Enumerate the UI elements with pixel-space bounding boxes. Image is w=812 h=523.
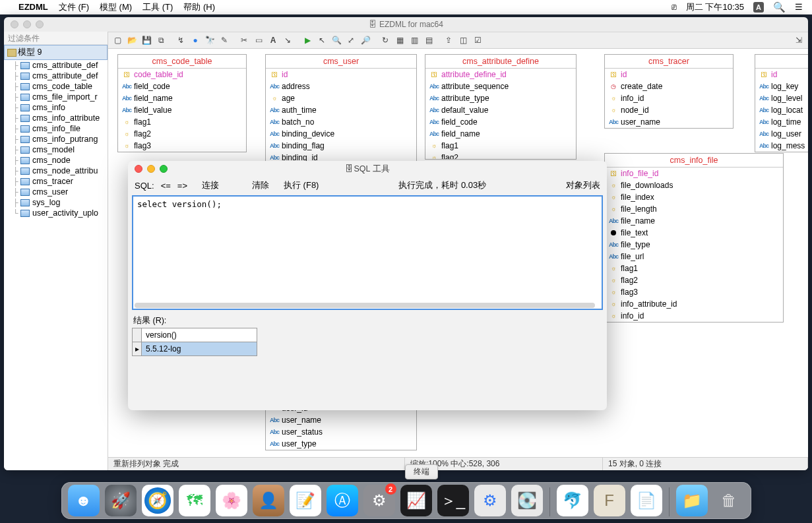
window-icon[interactable]: ◫ [456,34,470,47]
binoculars-icon[interactable]: 🔭 [203,34,216,47]
entity-field[interactable]: Abcfield_code [425,116,576,128]
entity-field[interactable]: ☼flag3 [118,140,246,152]
entity-field[interactable]: ☼file_index [605,191,783,203]
entity-field[interactable]: Abclog_time [755,116,808,128]
appstore-icon[interactable]: Ⓐ [327,485,358,516]
object-list-button[interactable]: 对象列表 [566,179,600,191]
spotlight-icon[interactable]: 🔍 [773,1,786,13]
tree-item[interactable]: ├cms_node_attribu [4,166,108,176]
entity-field[interactable]: Abcfield_code [118,80,246,92]
menu-tools[interactable]: 工具 (T) [142,1,173,13]
refresh-icon[interactable]: ↻ [379,34,392,47]
dialog-close-light[interactable] [135,165,142,173]
zoom-in-icon[interactable]: 🔍 [330,34,343,47]
activity-icon[interactable]: 📈 [400,485,432,516]
dialog-zoom-light[interactable] [160,165,168,173]
sql-editor[interactable] [133,197,602,301]
entity-field[interactable]: Abcbinding_flag [266,140,416,152]
entity-field[interactable]: Abclog_mess [755,140,808,152]
close-light[interactable] [11,20,18,28]
menu-model[interactable]: 模型 (M) [100,1,132,13]
app-name[interactable]: EZDML [18,2,48,12]
downloads-icon[interactable]: 📁 [676,485,708,516]
entity-field[interactable]: Abcfile_type [605,239,783,251]
entity-field[interactable]: ☼age [266,92,416,104]
brush-icon[interactable]: ✎ [218,34,231,47]
entity-cms-tracer[interactable]: cms_tracer ⚿id ◷create_date☼info_id☼node… [604,54,734,129]
open-icon[interactable]: 📂 [125,34,139,47]
collapse-icon[interactable]: ⇲ [792,34,805,47]
zoom-fit-icon[interactable]: ⤢ [344,34,358,47]
menu-file[interactable]: 文件 (F) [59,1,89,13]
grid3-icon[interactable]: ▤ [422,34,435,47]
entity-field[interactable]: Abcbatch_no [266,116,416,128]
globe-icon[interactable]: ● [189,34,202,47]
entity-field[interactable]: Abclog_locat [755,104,808,116]
tree-item[interactable]: ├cms_info_file [4,123,108,134]
entity-field[interactable]: ◷create_date [605,80,733,92]
entity-field[interactable]: file_text [605,227,783,239]
safari-icon[interactable]: 🧭 [142,485,173,516]
mysql-icon[interactable]: 🐬 [557,485,588,516]
screen-mirror-icon[interactable]: ⎚ [671,2,677,12]
dialog-minimize-light[interactable] [147,165,155,173]
trash-icon[interactable]: 🗑 [713,485,745,516]
entity-field[interactable]: ☼flag2 [605,274,783,286]
entity-field[interactable]: Abcaddress [266,80,416,92]
run-button[interactable]: 执行 (F8) [284,179,319,191]
tree-item[interactable]: ├cms_info_attribute [4,113,108,123]
entity-field[interactable]: Abcuser_status [266,426,416,438]
grid2-icon[interactable]: ▥ [408,34,421,47]
contacts-icon[interactable]: 👤 [253,485,284,516]
photos-icon[interactable]: 🌸 [216,485,247,516]
tree-item[interactable]: ├sys_log [4,197,108,208]
entity-field[interactable]: Abcbinding_device [266,128,416,140]
cut-icon[interactable]: ✂ [237,34,251,47]
entity-field[interactable]: Abclog_user [755,128,808,140]
entity-field[interactable]: ☼info_id [605,92,733,104]
prev-button[interactable]: <= [161,181,171,191]
entity-field[interactable]: ☼flag3 [605,286,783,298]
entity-field[interactable]: Abcfile_url [605,251,783,262]
horizontal-scrollbar[interactable] [135,303,595,308]
input-method-icon[interactable]: A [753,2,764,13]
minimize-light[interactable] [23,20,31,28]
checklist-icon[interactable]: ☑ [471,34,484,47]
textedit-icon[interactable]: 📄 [631,485,662,516]
font-icon[interactable]: F [594,485,625,516]
grid1-icon[interactable]: ▦ [393,34,406,47]
export-icon[interactable]: ⇪ [442,34,455,47]
copy-icon[interactable]: ⧉ [154,34,168,47]
entity-field[interactable]: ☼file_length [605,203,783,215]
entity-field[interactable]: ☼info_id [605,310,783,322]
entity-field[interactable]: ☼flag2 [118,128,246,140]
entity-field[interactable]: Abclog_key [755,80,808,92]
pointer-icon[interactable]: ↖ [315,34,328,47]
entity-icon[interactable]: ▭ [252,34,265,47]
entity-field[interactable]: Abcfile_name [605,215,783,227]
run-icon[interactable]: ▶ [301,34,314,47]
entity-field[interactable]: Abcuser_type [266,438,416,450]
tree-item[interactable]: ├cms_file_import_r [4,92,108,102]
automator-icon[interactable]: ⚙ [474,485,506,516]
entity-field[interactable]: Abcattribute_type [425,92,576,104]
notes-icon[interactable]: 📝 [290,485,321,516]
zoom-out-icon[interactable]: 🔎 [359,34,372,47]
tree-item[interactable]: ├cms_code_table [4,81,108,92]
menu-help[interactable]: 帮助 (H) [183,1,215,13]
tree-item[interactable]: ├cms_model [4,144,108,155]
entity-field[interactable]: Abcfield_name [118,92,246,104]
entity-field[interactable]: Abcfield_name [425,128,576,140]
launchpad-icon[interactable]: 🚀 [105,485,137,516]
maps-icon[interactable]: 🗺 [179,485,210,516]
clear-button[interactable]: 清除 [252,179,269,191]
tree-item[interactable]: ├cms_user [4,187,108,197]
settings-icon[interactable]: ⚙2 [363,485,395,516]
finder-icon[interactable]: ☻ [68,485,100,516]
entity-field[interactable]: ☼flag1 [425,140,576,152]
entity-field[interactable]: Abcattribute_sequence [425,80,576,92]
link-icon[interactable]: ↯ [174,34,187,47]
entity-cms-info-file[interactable]: cms_info_file ⚿info_file_id ☼file_downlo… [604,153,784,323]
connect-button[interactable]: 连接 [202,179,219,191]
tree-item[interactable]: ├cms_attribute_def [4,60,108,71]
